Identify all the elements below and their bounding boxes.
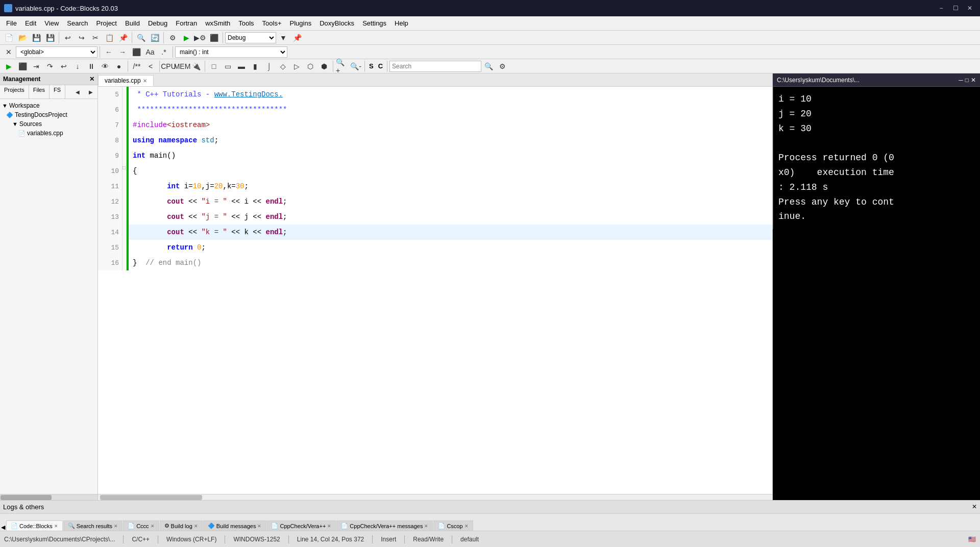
regex-button[interactable]: .*	[157, 45, 170, 59]
build-run-button[interactable]: ▶⚙	[193, 31, 207, 44]
editor-hscrollbar[interactable]	[98, 494, 772, 500]
tree-workspace[interactable]: ▼ Workspace	[0, 101, 97, 110]
forward-button[interactable]: →	[116, 45, 129, 59]
toolbar-pin-button[interactable]: 📌	[290, 31, 304, 44]
search-opt-button[interactable]: ⚙	[496, 60, 509, 73]
tree-file-variables[interactable]: 📄 variables.cpp	[0, 129, 97, 138]
draw-rect4-button[interactable]: ▮	[249, 60, 262, 73]
uncomment-button[interactable]: <	[144, 60, 157, 73]
log-tab-buildmsg[interactable]: 🔷 Build messages ✕	[203, 520, 266, 531]
log-tab-buildmsg-close[interactable]: ✕	[257, 524, 261, 529]
mgmt-nav-left[interactable]: ◀	[71, 85, 84, 98]
main-int-combo[interactable]: main() : int	[175, 46, 287, 58]
log-tab-cppcheck[interactable]: 📄 CppCheck/Vera++ ✕	[266, 520, 336, 531]
stop-button[interactable]: ⬛	[207, 31, 220, 44]
left-scrollbar[interactable]	[0, 494, 97, 500]
close-management-button[interactable]: ✕	[89, 76, 94, 83]
paste-button[interactable]: 📌	[116, 31, 130, 44]
search-go-button[interactable]: 🔍	[482, 60, 495, 73]
log-tab-cscop[interactable]: 📄 Cscop ✕	[433, 520, 473, 531]
menu-file[interactable]: File	[2, 18, 21, 29]
tab-fs[interactable]: FS	[50, 85, 65, 98]
mgmt-nav-right[interactable]: ▶	[84, 85, 97, 98]
replace-button[interactable]: 🔄	[148, 31, 161, 44]
debug-step-in-button[interactable]: ↓	[71, 60, 84, 73]
editor-hscrollbar-thumb[interactable]	[100, 495, 202, 500]
find-button[interactable]: 🔍	[134, 31, 148, 44]
global-combo[interactable]: <global>	[16, 46, 97, 58]
log-tab-search[interactable]: 🔍 Search results ✕	[63, 520, 122, 531]
zoom-in-button[interactable]: 🔍+	[335, 60, 349, 73]
log-tab-cppcheck-msg[interactable]: 📄 CppCheck/Vera++ messages ✕	[336, 520, 433, 531]
copy-button[interactable]: 📋	[103, 31, 116, 44]
menu-project[interactable]: Project	[92, 18, 121, 29]
menu-debug[interactable]: Debug	[144, 18, 172, 29]
menu-fortran[interactable]: Fortran	[172, 18, 201, 29]
draw-rect2-button[interactable]: ▭	[221, 60, 234, 73]
log-tab-codeblocks-close[interactable]: ✕	[54, 524, 58, 529]
save-all-button[interactable]: 💾	[43, 31, 57, 44]
zoom-out-button[interactable]: 🔍-	[349, 60, 362, 73]
debug-target-btn[interactable]: ▼	[277, 31, 290, 44]
draw-line-button[interactable]: ⌡	[262, 60, 276, 73]
debug-next-button[interactable]: ↷	[43, 60, 57, 73]
new-file-button[interactable]: 📄	[2, 31, 15, 44]
open-file-button[interactable]: 📂	[16, 31, 29, 44]
menu-search[interactable]: Search	[63, 18, 92, 29]
search-input[interactable]	[389, 61, 481, 72]
cut-button[interactable]: ✂	[89, 31, 102, 44]
draw-rect-button[interactable]: □	[207, 60, 220, 73]
log-tab-buildlog[interactable]: ⚙ Build log ✕	[160, 520, 203, 531]
comment-button[interactable]: /**	[130, 60, 143, 73]
tree-project[interactable]: 🔷 TestingDocsProject	[0, 110, 97, 119]
editor-tab-close-button[interactable]: ✕	[143, 78, 147, 84]
log-tab-buildlog-close[interactable]: ✕	[194, 524, 198, 529]
log-tab-search-close[interactable]: ✕	[114, 524, 118, 529]
debug-start-button[interactable]: ▶	[2, 60, 15, 73]
cpu-button[interactable]: CPU	[162, 60, 175, 73]
debug-return-button[interactable]: ↩	[57, 60, 70, 73]
log-tab-cppcheck-close[interactable]: ✕	[327, 524, 331, 529]
undo-button[interactable]: ↩	[61, 31, 75, 44]
maximize-button[interactable]: ☐	[949, 2, 962, 14]
console-close-button[interactable]: ✕	[971, 77, 976, 84]
left-scrollbar-thumb[interactable]	[1, 495, 52, 500]
console-maximize-button[interactable]: □	[965, 77, 969, 84]
draw-diamond-button[interactable]: ◇	[276, 60, 289, 73]
menu-help[interactable]: Help	[390, 18, 412, 29]
jump-button[interactable]: ⬛	[130, 45, 143, 59]
log-tab-codeblocks[interactable]: 📄 Code::Blocks ✕	[6, 520, 63, 531]
draw-rounded-button[interactable]: ⬡	[304, 60, 317, 73]
debug-watch-button[interactable]: 👁	[99, 60, 112, 73]
menu-tools-plus[interactable]: Tools+	[258, 18, 286, 29]
console-minimize-button[interactable]: ─	[959, 77, 963, 84]
menu-tools[interactable]: Tools	[234, 18, 258, 29]
menu-edit[interactable]: Edit	[21, 18, 40, 29]
menu-plugins[interactable]: Plugins	[286, 18, 316, 29]
log-tab-cccc[interactable]: 📄 Cccc ✕	[123, 520, 159, 531]
logs-close-button[interactable]: ✕	[972, 503, 977, 510]
log-tab-cppcheck-msg-close[interactable]: ✕	[424, 524, 428, 529]
debug-pause-button[interactable]: ⏸	[85, 60, 98, 73]
draw-para-button[interactable]: ▷	[290, 60, 303, 73]
draw-hex-button[interactable]: ⬢	[317, 60, 331, 73]
code-editor[interactable]: 5 * C++ Tutorials - www.TestingDocs. 6 *…	[98, 87, 772, 494]
debug-stop-button[interactable]: ⬛	[16, 60, 29, 73]
menu-view[interactable]: View	[40, 18, 63, 29]
back-button[interactable]: ←	[102, 45, 115, 59]
logs-scroll-left[interactable]: ◀	[0, 524, 6, 531]
menu-wxsmith[interactable]: wxSmith	[201, 18, 234, 29]
run-button[interactable]: ▶	[180, 31, 193, 44]
match-button[interactable]: Aa	[143, 45, 157, 59]
save-button[interactable]: 💾	[30, 31, 43, 44]
redo-button[interactable]: ↪	[75, 31, 88, 44]
close-context-button[interactable]: ✕	[2, 45, 15, 59]
debug-config-combo[interactable]: Debug	[225, 32, 276, 43]
tree-sources[interactable]: ▼ Sources	[0, 119, 97, 129]
debug-break-button[interactable]: ●	[112, 60, 126, 73]
mem-button[interactable]: MEM	[176, 60, 189, 73]
menu-doxyblocks[interactable]: DoxyBlocks	[315, 18, 358, 29]
debug-step-button[interactable]: ⇥	[30, 60, 43, 73]
draw-rect3-button[interactable]: ▬	[235, 60, 248, 73]
log-tab-cscop-close[interactable]: ✕	[464, 524, 469, 529]
